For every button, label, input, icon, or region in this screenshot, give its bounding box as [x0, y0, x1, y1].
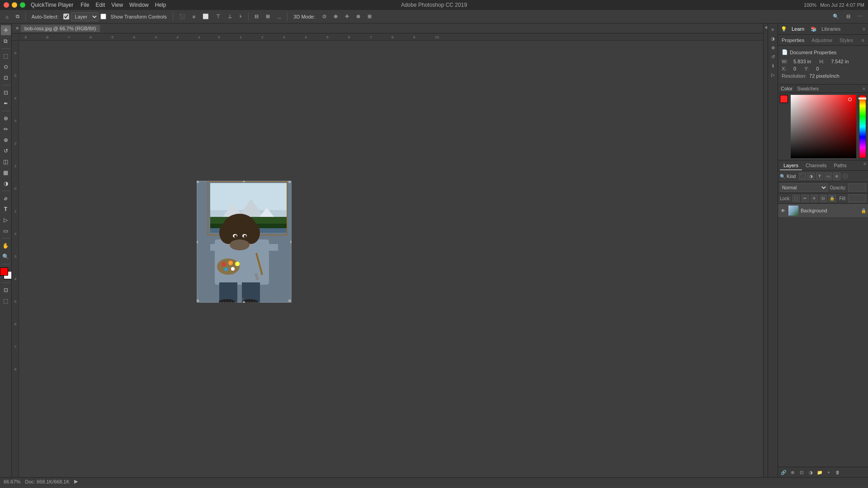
- foreground-color-chip[interactable]: [0, 267, 8, 276]
- smart-filter-btn[interactable]: ⊕: [833, 173, 840, 180]
- extra-btn[interactable]: ⋯: [855, 12, 865, 22]
- pen-tool-btn[interactable]: ⌀: [1, 193, 11, 203]
- layer-lock-icon[interactable]: 🔒: [861, 208, 866, 213]
- marquee-tool-btn[interactable]: ⬚: [1, 51, 11, 61]
- add-style-btn[interactable]: ⊕: [789, 469, 796, 476]
- opacity-field[interactable]: [848, 183, 866, 192]
- channels-tab[interactable]: Channels: [802, 161, 830, 170]
- brush-tool-btn[interactable]: ✏: [1, 124, 11, 134]
- home-btn[interactable]: ⌂: [3, 12, 11, 22]
- close-btn[interactable]: [4, 2, 9, 8]
- quick-select-btn[interactable]: ⊡: [1, 73, 11, 83]
- show-transform-checkbox[interactable]: [100, 14, 106, 19]
- align-right-btn[interactable]: ⬜: [200, 12, 212, 22]
- color-menu-btn[interactable]: ≡: [863, 86, 865, 91]
- paths-tab[interactable]: Paths: [830, 161, 850, 170]
- align-center-btn[interactable]: ≡: [190, 12, 198, 22]
- align-middle-btn[interactable]: ⊥: [225, 12, 235, 22]
- libraries-tab[interactable]: Libraries: [819, 25, 843, 33]
- styles-tab-label[interactable]: Styles: [840, 38, 853, 43]
- color-gradient-box[interactable]: [791, 95, 856, 158]
- 3d-slide-btn[interactable]: ⊗: [354, 12, 363, 22]
- path-selection-btn[interactable]: ▷: [1, 215, 11, 225]
- hue-bar[interactable]: [859, 95, 866, 158]
- properties-strip-icon[interactable]: ≡: [769, 25, 777, 33]
- new-layer-btn[interactable]: +: [825, 469, 832, 476]
- hand-tool-btn[interactable]: ✋: [1, 241, 11, 251]
- 3d-pan-btn[interactable]: ✛: [342, 12, 352, 22]
- layer-select[interactable]: Layer Group: [71, 12, 99, 21]
- new-adjustment-btn[interactable]: ◑: [807, 469, 814, 476]
- distribute-v-btn[interactable]: ⊞: [263, 12, 273, 22]
- dodge-tool-btn[interactable]: ◑: [1, 178, 11, 188]
- layer-item-background[interactable]: 👁 Background 🔒: [778, 204, 868, 218]
- align-bottom-btn[interactable]: ⊦: [237, 12, 245, 22]
- new-group-btn[interactable]: 📁: [816, 469, 823, 476]
- lock-image-btn[interactable]: ✏: [802, 195, 809, 202]
- lock-position-btn[interactable]: ✛: [811, 195, 818, 202]
- arrange-btn[interactable]: ⊟: [844, 12, 853, 22]
- minimize-btn[interactable]: [12, 2, 17, 8]
- history-strip-icon[interactable]: ↺: [769, 52, 777, 61]
- history-brush-btn[interactable]: ↺: [1, 146, 11, 156]
- text-filter-btn[interactable]: T: [816, 173, 823, 180]
- menu-view[interactable]: View: [111, 2, 123, 8]
- lock-all-btn[interactable]: 🔒: [829, 195, 836, 202]
- doc-close-x[interactable]: ✕: [15, 26, 19, 31]
- artboard-tool-btn[interactable]: ⧉: [1, 36, 11, 46]
- layer-visibility-eye[interactable]: 👁: [780, 207, 786, 214]
- shape-tool-btn[interactable]: ▭: [1, 226, 11, 236]
- canvas-workspace[interactable]: 1: [19, 41, 763, 477]
- menu-help[interactable]: Help: [155, 2, 166, 8]
- eyedropper-tool-btn[interactable]: ✒: [1, 99, 11, 108]
- delete-layer-btn[interactable]: 🗑: [834, 469, 841, 476]
- crop-tool-btn[interactable]: ⊡: [1, 88, 11, 98]
- filter-toggle[interactable]: [843, 174, 848, 179]
- 3d-orbit-btn[interactable]: ⊕: [331, 12, 340, 22]
- menu-edit[interactable]: Edit: [96, 2, 105, 8]
- document-tab[interactable]: bob-ross.jpg @ 66.7% (RGB/8#): [21, 25, 100, 32]
- foreground-swatch[interactable]: [780, 95, 788, 103]
- 3d-scale-btn[interactable]: ⊞: [365, 12, 374, 22]
- healing-brush-btn[interactable]: ⊕: [1, 113, 11, 123]
- move-tool-btn[interactable]: ✛: [1, 25, 11, 35]
- link-layers-btn[interactable]: 🔗: [780, 469, 787, 476]
- lock-artboard-btn[interactable]: ⊟: [820, 195, 827, 202]
- maximize-btn[interactable]: [20, 2, 25, 8]
- learn-tab[interactable]: Learn: [789, 25, 807, 33]
- zoom-tool-btn[interactable]: 🔍: [1, 252, 11, 262]
- 3d-rotate-btn[interactable]: ⊙: [320, 12, 329, 22]
- gradient-tool-btn[interactable]: ▦: [1, 168, 11, 178]
- adjustments-strip-icon[interactable]: ◑: [769, 34, 777, 42]
- pixel-filter-btn[interactable]: ⬛: [799, 173, 806, 180]
- blend-mode-select[interactable]: Normal Multiply Screen Overlay: [780, 183, 828, 192]
- align-top-btn[interactable]: ⊤: [213, 12, 223, 22]
- lock-transparent-btn[interactable]: ⬚: [793, 195, 800, 202]
- distribute-h-btn[interactable]: ⊟: [252, 12, 261, 22]
- menu-window[interactable]: Window: [129, 2, 149, 8]
- info-strip-icon[interactable]: ℹ: [769, 61, 777, 70]
- actions-strip-icon[interactable]: ▷: [769, 70, 777, 79]
- text-tool-btn[interactable]: T: [1, 204, 11, 214]
- lasso-tool-btn[interactable]: ⊙: [1, 62, 11, 72]
- swatches-tab-label[interactable]: Swatches: [797, 86, 819, 91]
- auto-select-checkbox[interactable]: [63, 14, 69, 19]
- adjustments-tab-label[interactable]: Adjustme: [811, 38, 832, 43]
- clone-stamp-btn[interactable]: ⊗: [1, 135, 11, 145]
- canvas-image[interactable]: 1: [197, 181, 292, 303]
- workspaces-btn[interactable]: ⧉: [13, 12, 22, 22]
- status-arrow[interactable]: ▶: [74, 479, 78, 484]
- more-btn[interactable]: ...: [274, 12, 284, 22]
- layers-tab[interactable]: Layers: [780, 161, 802, 170]
- align-left-btn[interactable]: ⬛: [176, 12, 188, 22]
- collapse-icon[interactable]: ◀: [764, 25, 767, 29]
- panel-menu-btn[interactable]: ≡: [863, 27, 865, 32]
- search-btn[interactable]: 🔍: [830, 12, 842, 22]
- eraser-tool-btn[interactable]: ◫: [1, 157, 11, 167]
- layers-menu-btn[interactable]: ≡: [863, 161, 866, 170]
- quick-mask-btn[interactable]: ⊡: [1, 285, 11, 295]
- add-mask-btn[interactable]: ⊡: [798, 469, 805, 476]
- fill-field[interactable]: [848, 194, 866, 202]
- menu-file[interactable]: File: [80, 2, 89, 8]
- foreground-background-colors[interactable]: [0, 267, 12, 279]
